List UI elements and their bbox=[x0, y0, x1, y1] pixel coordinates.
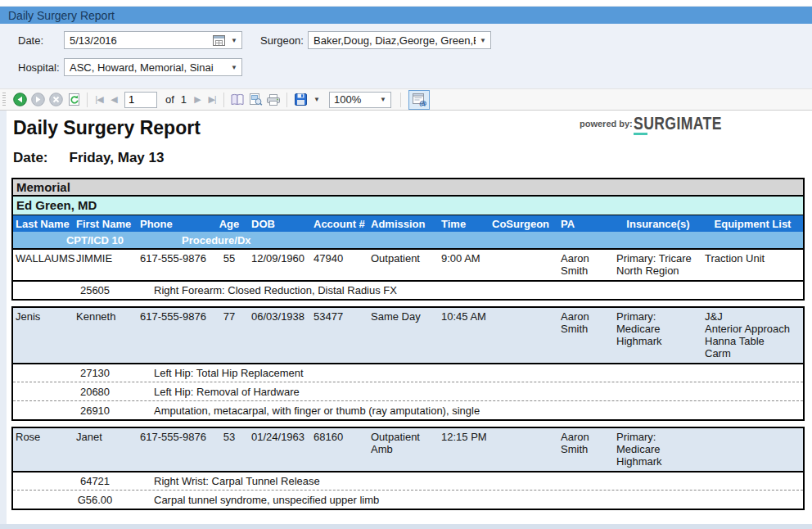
cell-account: 47940 bbox=[311, 252, 368, 277]
cell-equipment: Traction Unit bbox=[702, 252, 803, 277]
cpt-code: G56.00 bbox=[64, 494, 126, 506]
cell-last-name: Jenis bbox=[13, 310, 74, 359]
next-page-icon[interactable]: ▶ bbox=[190, 94, 205, 105]
surgimate-logo-underline bbox=[634, 133, 647, 135]
print-layout-icon[interactable] bbox=[247, 92, 264, 108]
cell-dob: 06/03/1938 bbox=[249, 310, 311, 359]
cell-time: 10:45 AM bbox=[439, 310, 489, 359]
cell-insurance: Primary: Medicare Highmark bbox=[614, 431, 702, 468]
surgery-table: Memorial Ed Green, MD Last Name First Na… bbox=[11, 178, 805, 510]
email-report-icon[interactable]: @ bbox=[408, 90, 430, 110]
cpt-code: 27130 bbox=[64, 367, 126, 379]
cell-account: 53477 bbox=[311, 310, 368, 359]
date-label: Date: bbox=[18, 34, 43, 47]
cell-equipment bbox=[702, 431, 803, 468]
col-equipment: Equipment List bbox=[702, 218, 803, 230]
document-map-icon[interactable] bbox=[229, 92, 246, 108]
table-header-block: Memorial Ed Green, MD Last Name First Na… bbox=[11, 178, 805, 250]
date-picker[interactable]: 5/13/2016 ▼ bbox=[64, 31, 242, 49]
zoom-value[interactable]: 100% bbox=[330, 93, 376, 106]
col-time: Time bbox=[439, 218, 489, 230]
procedure-row: 20680 Left Hip: Removal of Hardware bbox=[13, 382, 803, 400]
patient-row: WALLAUMS JIMMIE 617-555-9876 55 12/09/19… bbox=[13, 250, 803, 280]
first-page-icon[interactable]: |◀ bbox=[92, 94, 106, 105]
page-of-label: of bbox=[165, 93, 174, 106]
cell-insurance: Primary: Tricare North Region bbox=[614, 252, 702, 277]
col-pa: PA bbox=[558, 218, 614, 230]
cell-pa: Aaron Smith bbox=[558, 252, 614, 277]
col-first-name: First Name bbox=[74, 218, 138, 230]
hospital-label: Hospital: bbox=[18, 61, 60, 74]
procedure-row: 25605 Right Forearm: Closed Reduction, D… bbox=[13, 280, 803, 299]
report-date-line: Date:Friday, May 13 bbox=[13, 150, 164, 166]
procedure-row: 27130 Left Hip: Total Hip Replacement bbox=[13, 363, 803, 382]
toolbar-separator bbox=[223, 93, 224, 107]
hospital-dropdown[interactable]: ASC, Howard, Memorial, Sinai ▼ bbox=[64, 58, 242, 76]
cell-admission: Same Day bbox=[368, 310, 439, 359]
cpt-code: 20680 bbox=[64, 386, 126, 398]
app-window: Daily Surgery Report Date: 5/13/2016 ▼ S… bbox=[0, 0, 812, 529]
window-top-edge bbox=[0, 0, 812, 7]
subcolumn-header-row: CPT/ICD 10 Procedure/Dx bbox=[13, 232, 803, 248]
procedure-row: 64721 Right Wrist: Carpal Tunnel Release bbox=[13, 471, 803, 490]
col-account: Account # bbox=[311, 218, 368, 230]
back-icon[interactable] bbox=[11, 92, 28, 108]
subcol-cpt: CPT/ICD 10 bbox=[64, 234, 126, 246]
print-icon[interactable] bbox=[265, 92, 282, 108]
toolbar-grip[interactable] bbox=[2, 93, 6, 107]
patient-group: Jenis Kenneth 617-555-9876 77 06/03/1938… bbox=[11, 306, 805, 421]
zoom-dropdown-caret-icon[interactable]: ▼ bbox=[376, 96, 390, 103]
surgeon-value[interactable]: Baker,Doug, Diaz,George, Green,Ed, ... bbox=[309, 34, 476, 47]
cell-admission: Outpatient bbox=[368, 252, 439, 277]
cell-time: 12:15 PM bbox=[439, 431, 489, 468]
date-dropdown-caret-icon[interactable]: ▼ bbox=[227, 37, 241, 44]
col-phone: Phone bbox=[138, 218, 210, 230]
page-number-input[interactable] bbox=[124, 92, 157, 108]
forward-icon[interactable] bbox=[29, 92, 46, 108]
cell-first-name: Kenneth bbox=[74, 310, 138, 359]
cpt-code: 64721 bbox=[64, 475, 126, 487]
col-admission: Admission bbox=[368, 218, 439, 230]
cell-dob: 12/09/1960 bbox=[249, 252, 311, 277]
save-export-icon[interactable] bbox=[292, 92, 309, 108]
surgeon-label: Surgeon: bbox=[260, 34, 304, 47]
refresh-icon[interactable] bbox=[65, 92, 82, 108]
last-page-icon[interactable]: ▶| bbox=[205, 94, 219, 105]
column-header-row: Last Name First Name Phone Age DOB Accou… bbox=[13, 215, 803, 232]
cell-dob: 01/24/1963 bbox=[249, 431, 311, 468]
subcol-procedure: Procedure/Dx bbox=[154, 234, 803, 246]
col-cosurgeon: CoSurgeon bbox=[489, 218, 558, 230]
cell-phone: 617-555-9876 bbox=[138, 252, 210, 277]
window-titlebar: Daily Surgery Report bbox=[0, 7, 812, 24]
cell-account: 68160 bbox=[311, 431, 368, 468]
report-toolbar: |◀ ◀ of 1 ▶ ▶| ▼ 100% ▼ @ bbox=[0, 88, 812, 111]
hospital-dropdown-caret-icon[interactable]: ▼ bbox=[227, 64, 241, 71]
calendar-icon[interactable] bbox=[213, 35, 225, 46]
col-age: Age bbox=[210, 218, 249, 230]
filter-panel: Date: 5/13/2016 ▼ Surgeon: Baker,Doug, D… bbox=[0, 24, 812, 88]
zoom-dropdown[interactable]: 100% ▼ bbox=[329, 92, 391, 108]
cell-pa: Aaron Smith bbox=[558, 310, 614, 359]
previous-page-icon[interactable]: ◀ bbox=[106, 94, 121, 105]
col-insurance: Insurance(s) bbox=[614, 218, 702, 230]
surgeon-group-header: Ed Green, MD bbox=[13, 197, 803, 215]
patient-row: Rose Janet 617-555-9876 53 01/24/1963 68… bbox=[13, 428, 803, 471]
window-bottom-edge bbox=[0, 524, 812, 529]
cell-first-name: Janet bbox=[74, 431, 138, 468]
cell-pa: Aaron Smith bbox=[558, 431, 614, 468]
date-value[interactable]: 5/13/2016 bbox=[65, 34, 213, 47]
window-title: Daily Surgery Report bbox=[8, 9, 115, 22]
surgeon-dropdown-caret-icon[interactable]: ▼ bbox=[476, 37, 490, 44]
cell-phone: 617-555-9876 bbox=[138, 431, 210, 468]
cell-admission: Outpatient Amb bbox=[368, 431, 439, 468]
procedure-desc: Left Hip: Removal of Hardware bbox=[154, 386, 803, 398]
toolbar-separator bbox=[87, 93, 88, 107]
save-dropdown-caret-icon[interactable]: ▼ bbox=[309, 96, 324, 103]
cpt-code: 26910 bbox=[64, 405, 126, 417]
hospital-value[interactable]: ASC, Howard, Memorial, Sinai bbox=[65, 61, 227, 74]
cell-time: 9:00 AM bbox=[439, 252, 489, 277]
col-last-name: Last Name bbox=[13, 218, 74, 230]
toolbar-separator bbox=[400, 93, 401, 107]
stop-icon[interactable] bbox=[47, 92, 64, 108]
surgeon-dropdown[interactable]: Baker,Doug, Diaz,George, Green,Ed, ... ▼ bbox=[308, 31, 491, 49]
